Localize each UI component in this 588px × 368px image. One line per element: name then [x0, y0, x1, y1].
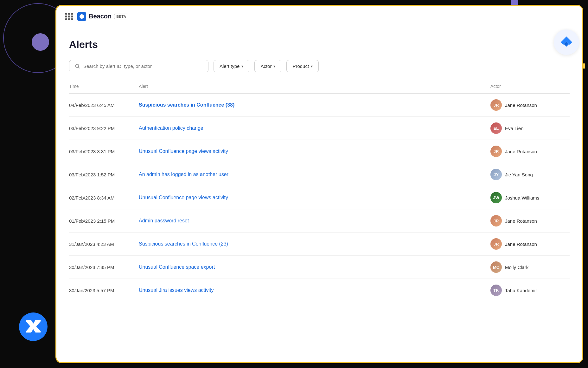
col-time: Time	[69, 84, 139, 94]
nav-bar: Beacon BETA	[56, 6, 582, 27]
svg-line-1	[79, 67, 80, 68]
cell-time: 30/Jan/2023 7:35 PM	[69, 256, 139, 279]
cell-actor: JRJane Rotanson	[490, 140, 570, 163]
cell-alert[interactable]: Unusual Confluence page views activity	[139, 186, 490, 209]
cell-alert[interactable]: Authentication policy change	[139, 117, 490, 140]
actor-name: Jane Rotanson	[505, 149, 537, 154]
app-name: Beacon	[89, 13, 112, 20]
cell-actor: ELEva Lien	[490, 117, 570, 140]
chevron-down-icon: ▾	[273, 64, 275, 69]
cell-alert[interactable]: Suspicious searches in Confluence (23)	[139, 233, 490, 256]
table-row[interactable]: 03/Feb/2023 9:22 PMAuthentication policy…	[69, 117, 570, 140]
avatar: JR	[490, 238, 502, 250]
alert-link[interactable]: Suspicious searches in Confluence (23)	[139, 241, 228, 246]
jira-badge	[554, 30, 579, 55]
cell-alert[interactable]: Suspicious searches in Confluence (38)	[139, 94, 490, 117]
product-filter[interactable]: Product ▾	[286, 60, 319, 72]
bg-circle-filled	[32, 33, 49, 51]
cell-actor: JRJane Rotanson	[490, 233, 570, 256]
alert-link[interactable]: Unusual Jira issues views activity	[139, 287, 214, 293]
cell-actor: JWJoshua Williams	[490, 186, 570, 209]
actor-name: Jane Rotanson	[505, 241, 537, 247]
alerts-table: Time Alert Actor 04/Feb/2023 6:45 AMSusp…	[69, 84, 570, 302]
actor-name: Molly Clark	[505, 265, 528, 270]
cell-time: 02/Feb/2023 8:34 AM	[69, 186, 139, 209]
actor-filter[interactable]: Actor ▾	[254, 60, 281, 72]
actor-name: Taha Kandemir	[505, 288, 537, 293]
chevron-down-icon: ▾	[241, 64, 243, 69]
avatar: TK	[490, 285, 502, 296]
beta-badge: BETA	[114, 14, 128, 19]
cell-time: 03/Feb/2023 1:52 PM	[69, 163, 139, 186]
cell-alert[interactable]: Admin password reset	[139, 209, 490, 233]
cell-alert[interactable]: Unusual Confluence page views activity	[139, 140, 490, 163]
content-area: Alerts Alert type ▾ Actor ▾	[56, 27, 582, 362]
avatar: JY	[490, 169, 502, 180]
avatar: JR	[490, 99, 502, 111]
actor-name: Jane Rotanson	[505, 102, 537, 108]
cell-alert[interactable]: Unusual Confluence space export	[139, 256, 490, 279]
svg-point-0	[76, 64, 79, 67]
table-row[interactable]: 03/Feb/2023 3:31 PMUnusual Confluence pa…	[69, 140, 570, 163]
alert-link[interactable]: Unusual Confluence space export	[139, 264, 215, 270]
table-row[interactable]: 30/Jan/2023 5:57 PMUnusual Jira issues v…	[69, 279, 570, 302]
chevron-down-icon: ▾	[311, 64, 313, 69]
actor-name: Eva Lien	[505, 126, 523, 131]
cell-time: 31/Jan/2023 4:23 AM	[69, 233, 139, 256]
cell-time: 30/Jan/2023 5:57 PM	[69, 279, 139, 302]
avatar: JW	[490, 192, 502, 203]
avatar: EL	[490, 122, 502, 134]
cell-time: 03/Feb/2023 9:22 PM	[69, 117, 139, 140]
alert-type-filter[interactable]: Alert type ▾	[214, 60, 249, 72]
page-title: Alerts	[69, 39, 570, 50]
avatar: MC	[490, 261, 502, 273]
grid-icon[interactable]	[65, 13, 73, 20]
cell-alert[interactable]: An admin has logged in as another user	[139, 163, 490, 186]
table-row[interactable]: 04/Feb/2023 6:45 AMSuspicious searches i…	[69, 94, 570, 117]
avatar: JR	[490, 146, 502, 157]
alert-link[interactable]: Unusual Confluence page views activity	[139, 195, 228, 200]
col-actor: Actor	[490, 84, 570, 94]
cell-time: 01/Feb/2023 2:15 PM	[69, 209, 139, 233]
filters-row: Alert type ▾ Actor ▾ Product ▾	[69, 60, 570, 72]
avatar: JR	[490, 215, 502, 227]
confluence-badge	[19, 312, 48, 341]
actor-name: Joshua Williams	[505, 195, 539, 200]
cell-actor: TKTaha Kandemir	[490, 279, 570, 302]
alert-link[interactable]: Unusual Confluence page views activity	[139, 148, 228, 154]
alert-link[interactable]: Suspicious searches in Confluence (38)	[139, 102, 234, 108]
table-row[interactable]: 30/Jan/2023 7:35 PMUnusual Confluence sp…	[69, 256, 570, 279]
col-alert: Alert	[139, 84, 490, 94]
table-row[interactable]: 31/Jan/2023 4:23 AMSuspicious searches i…	[69, 233, 570, 256]
alert-link[interactable]: An admin has logged in as another user	[139, 172, 228, 177]
cell-actor: JRJane Rotanson	[490, 94, 570, 117]
table-row[interactable]: 02/Feb/2023 8:34 AMUnusual Confluence pa…	[69, 186, 570, 209]
cell-actor: MCMolly Clark	[490, 256, 570, 279]
alert-link[interactable]: Authentication policy change	[139, 125, 203, 131]
table-row[interactable]: 01/Feb/2023 2:15 PMAdmin password resetJ…	[69, 209, 570, 233]
search-icon	[75, 64, 80, 69]
cell-time: 03/Feb/2023 3:31 PM	[69, 140, 139, 163]
actor-name: Jane Rotanson	[505, 218, 537, 224]
cell-alert[interactable]: Unusual Jira issues views activity	[139, 279, 490, 302]
cell-time: 04/Feb/2023 6:45 AM	[69, 94, 139, 117]
actor-name: Jie Yan Song	[505, 172, 533, 177]
table-row[interactable]: 03/Feb/2023 1:52 PMAn admin has logged i…	[69, 163, 570, 186]
beacon-logo-icon	[77, 12, 86, 21]
main-card: Beacon BETA Alerts Alert type ▾	[55, 5, 583, 363]
cell-actor: JRJane Rotanson	[490, 209, 570, 233]
cell-actor: JYJie Yan Song	[490, 163, 570, 186]
nav-logo: Beacon BETA	[77, 12, 128, 21]
search-input[interactable]	[83, 63, 202, 69]
alert-link[interactable]: Admin password reset	[139, 218, 189, 223]
search-box[interactable]	[69, 60, 208, 72]
